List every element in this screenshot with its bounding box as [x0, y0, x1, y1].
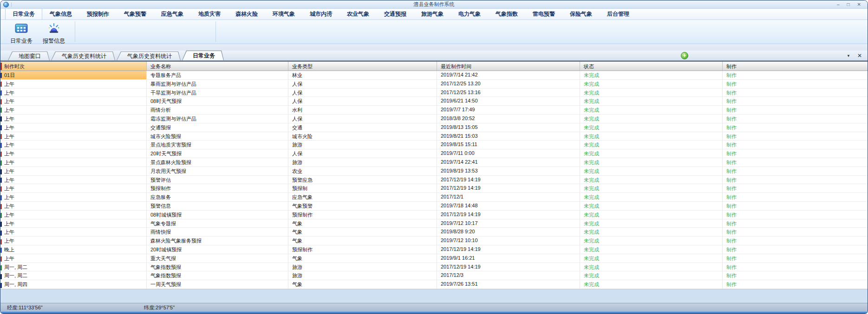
- menu-item-2[interactable]: 气象信息: [42, 8, 79, 19]
- cell-action[interactable]: 制作: [723, 167, 868, 176]
- menu-item-10[interactable]: 农业气象: [339, 8, 377, 19]
- doc-tab-2[interactable]: 气象历史资料统计: [51, 51, 115, 60]
- table-row[interactable]: 上午干旱监测与评估产品人保2017/12/25 13:16未完成制作: [0, 89, 868, 97]
- table-row[interactable]: 上午交通预报交通2019/8/13 15:05未完成制作: [0, 123, 868, 132]
- table-row[interactable]: 上午城市火险预报城市火险2019/8/21 15:03未完成制作: [0, 132, 868, 141]
- column-header-3[interactable]: 业务类型: [288, 62, 437, 71]
- table-row[interactable]: 上午预警信息气象预警2019/7/18 14:48未完成制作: [0, 202, 868, 211]
- menu-item-9[interactable]: 城市内涝: [302, 8, 339, 19]
- cell-action[interactable]: 制作: [723, 245, 868, 254]
- cell-action[interactable]: 制作: [723, 106, 868, 115]
- table-row[interactable]: 上午应急服务应急气象2017/12/1未完成制作: [0, 193, 868, 202]
- column-header-6[interactable]: 制作: [723, 62, 868, 71]
- table-row[interactable]: 上午景点森林火险预报旅游2019/7/14 22:41未完成制作: [0, 158, 868, 167]
- cell-action[interactable]: 制作: [723, 184, 868, 193]
- table-row[interactable]: 01日专题服务产品林业2019/7/14 21:42未完成制作: [0, 71, 868, 80]
- cell-action[interactable]: 制作: [723, 176, 868, 185]
- calendar-grid-icon: [14, 23, 28, 36]
- doc-tab-4[interactable]: 日常业务: [182, 51, 224, 60]
- cell-action[interactable]: 制作: [723, 202, 868, 211]
- menu-item-13[interactable]: 电力气象: [451, 8, 488, 19]
- cell-status: 未完成: [580, 280, 723, 289]
- cell-action[interactable]: 制作: [723, 141, 868, 149]
- menu-item-8[interactable]: 环境气象: [265, 8, 302, 19]
- cell-action[interactable]: 制作: [723, 71, 868, 80]
- table-row[interactable]: 上午霜冻监测与评估产品人保2018/3/8 20:52未完成制作: [0, 115, 868, 123]
- cell-time: 周一, 周四: [0, 280, 147, 289]
- table-row[interactable]: 上午月农用天气预报农业2019/8/19 13:53未完成制作: [0, 167, 868, 176]
- table-row[interactable]: 上午森林火险气象服务预报气象2019/7/12 10:10未完成制作: [0, 237, 868, 245]
- cell-action[interactable]: 制作: [723, 219, 868, 228]
- cell-action[interactable]: 制作: [723, 193, 868, 202]
- menu-item-15[interactable]: 雷电预警: [525, 8, 562, 19]
- table-row[interactable]: 周一, 周二气象指数预报旅游2017/12/3未完成制作: [0, 271, 868, 280]
- cell-action[interactable]: 制作: [723, 271, 868, 280]
- cell-status: 未完成: [580, 245, 723, 254]
- tab-overflow-icon[interactable]: ▼: [847, 54, 850, 58]
- table-row[interactable]: 上午暴雨监测与评估产品人保2017/12/25 13.20未完成制作: [0, 80, 868, 89]
- table-row[interactable]: 上午雨情快报气象2019/8/28 9:20未完成制作: [0, 228, 868, 237]
- doc-tab-1[interactable]: 地图窗口: [8, 51, 50, 60]
- cell-action[interactable]: 制作: [723, 97, 868, 106]
- column-header-1[interactable]: 制作时次: [0, 62, 147, 71]
- table-row[interactable]: 晚上20时城镇预报预报制作2017/12/19 14:19未完成制作: [0, 245, 868, 254]
- menu-item-5[interactable]: 应急气象: [154, 8, 191, 19]
- table-row[interactable]: 上午气象专题报气象2019/7/12 10:17未完成制作: [0, 219, 868, 228]
- table-body: 01日专题服务产品林业2019/7/14 21:42未完成制作上午暴雨监测与评估…: [0, 71, 868, 289]
- toolbar-button-alarm-info[interactable]: 报警信息: [38, 21, 70, 43]
- close-icon[interactable]: ✕: [857, 2, 861, 7]
- toolbar-button-daily-business[interactable]: 日常业务: [5, 21, 38, 43]
- cell-date: 2018/3/8 20:52: [437, 115, 580, 123]
- cell-action[interactable]: 制作: [723, 263, 868, 272]
- menu-item-17[interactable]: 后台管理: [600, 8, 637, 19]
- app-window: 澧县业务制作系统 – □ ✕ 日常业务气象信息预报制作气象预警应急气象地质灾害森…: [0, 0, 868, 314]
- cell-time: 周一, 周二: [0, 263, 147, 272]
- cell-action[interactable]: 制作: [723, 228, 868, 237]
- cell-type: 旅游: [288, 271, 437, 280]
- table-row[interactable]: 上午预警评估预警应急2017/12/19 14:19未完成制作: [0, 176, 868, 185]
- cell-action[interactable]: 制作: [723, 211, 868, 219]
- alarm-siren-icon: [47, 23, 61, 36]
- menu-item-12[interactable]: 旅游气象: [414, 8, 451, 19]
- cell-action[interactable]: 制作: [723, 80, 868, 89]
- table-row[interactable]: 周一, 周四一周天气预报气象2019/7/26 13:51未完成制作: [0, 280, 868, 289]
- menu-item-16[interactable]: 保险气象: [562, 8, 600, 19]
- column-header-4[interactable]: 最近制作时间: [437, 62, 580, 71]
- menu-item-6[interactable]: 地质灾害: [191, 8, 228, 19]
- cell-action[interactable]: 制作: [723, 115, 868, 123]
- menu-item-1[interactable]: 日常业务: [5, 8, 42, 19]
- cell-date: 2019/7/12 10:10: [437, 237, 580, 245]
- add-tab-button[interactable]: +: [681, 52, 688, 59]
- menu-item-14[interactable]: 气象指数: [488, 8, 525, 19]
- cell-time: 上午: [0, 219, 147, 228]
- menu-item-7[interactable]: 森林火险: [228, 8, 265, 19]
- cell-action[interactable]: 制作: [723, 123, 868, 132]
- cell-action[interactable]: 制作: [723, 254, 868, 263]
- cell-status: 未完成: [580, 219, 723, 228]
- cell-time: 上午: [0, 80, 147, 89]
- cell-action[interactable]: 制作: [723, 132, 868, 141]
- maximize-icon[interactable]: □: [847, 2, 850, 7]
- cell-action[interactable]: 制作: [723, 149, 868, 158]
- cell-action[interactable]: 制作: [723, 158, 868, 167]
- doc-tab-3[interactable]: 气象历史资料统计: [117, 51, 181, 60]
- table-row[interactable]: 周一, 周二气象指数预报旅游2017/12/19 14:19未完成制作: [0, 263, 868, 272]
- minimize-icon[interactable]: –: [837, 2, 840, 7]
- menu-item-4[interactable]: 气象预警: [117, 8, 154, 19]
- menu-item-11[interactable]: 交通预报: [377, 8, 414, 19]
- cell-action[interactable]: 制作: [723, 237, 868, 245]
- table-row[interactable]: 上午雨情分析水利2019/7/7 17:49未完成制作: [0, 106, 868, 115]
- table-row[interactable]: 上午20时天气预报人保2019/7/11 0:00未完成制作: [0, 149, 868, 158]
- menu-item-3[interactable]: 预报制作: [79, 8, 117, 19]
- table-row[interactable]: 上午08时天气预报人保2019/6/21 14:50未完成制作: [0, 97, 868, 106]
- table-row[interactable]: 上午景点地质灾害预报旅游2019/8/15 15:11未完成制作: [0, 141, 868, 149]
- table-row[interactable]: 上午08时城镇预报预报制作2017/12/19 14:19未完成制作: [0, 211, 868, 219]
- column-header-2[interactable]: 业务名称: [147, 62, 288, 71]
- cell-action[interactable]: 制作: [723, 89, 868, 97]
- column-header-5[interactable]: 状态: [580, 62, 723, 71]
- tab-close-icon[interactable]: ✕: [857, 52, 862, 59]
- table-row[interactable]: 上午预报制作预报制2017/12/19 14:19未完成制作: [0, 184, 868, 193]
- table-row[interactable]: 上午重大天气报气象2019/9/1 16:21未完成制作: [0, 254, 868, 263]
- cell-status: 未完成: [580, 202, 723, 211]
- cell-action[interactable]: 制作: [723, 280, 868, 289]
